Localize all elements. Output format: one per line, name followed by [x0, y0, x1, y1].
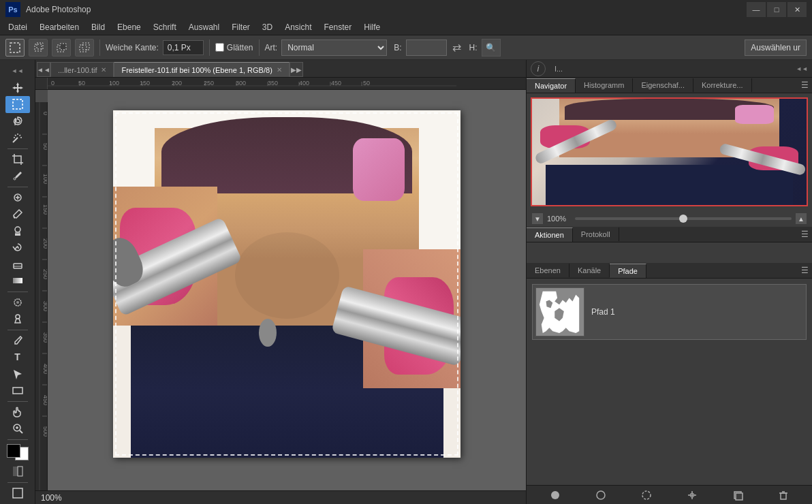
- tab-eigenschaften[interactable]: Eigenschaf...: [633, 78, 693, 92]
- maximize-button[interactable]: □: [767, 2, 786, 17]
- tool-move[interactable]: [5, 80, 30, 97]
- panels-collapse[interactable]: ◄◄: [796, 65, 808, 72]
- info-icon[interactable]: i: [531, 61, 546, 76]
- svg-line-8: [15, 119, 16, 125]
- info-icons-left: i I...: [531, 61, 569, 76]
- ruler-horizontal: 0 50 100 150 200 250 300 350 400 450 50: [35, 78, 526, 90]
- menu-ansicht[interactable]: Ansicht: [279, 21, 317, 33]
- tab-2-close[interactable]: ✕: [277, 66, 282, 74]
- tool-eyedropper[interactable]: [5, 168, 30, 185]
- path-item-1[interactable]: Pfad 1: [532, 284, 807, 340]
- tab-protokoll[interactable]: Protokoll: [573, 227, 619, 241]
- art-select[interactable]: Normal Festgelegtes Verhältnis Festgeleg…: [281, 40, 387, 56]
- tool-eraser[interactable]: [5, 256, 30, 273]
- tab-aktionen[interactable]: Aktionen: [527, 227, 573, 242]
- tab-scroll-left[interactable]: ◄◄: [37, 62, 50, 77]
- svg-rect-21: [16, 232, 20, 234]
- tool-magic-wand[interactable]: [5, 129, 30, 146]
- menu-bearbeiten[interactable]: Bearbeiten: [34, 21, 84, 33]
- navigator-panel-menu[interactable]: ☰: [797, 78, 812, 93]
- layer-delete-button[interactable]: [776, 488, 791, 503]
- menu-3d[interactable]: 3D: [257, 21, 278, 33]
- tab-pfade[interactable]: Pfade: [610, 264, 646, 278]
- weiche-kante-input[interactable]: [163, 40, 204, 55]
- svg-rect-34: [13, 467, 18, 476]
- layer-link-button[interactable]: [548, 488, 563, 503]
- zoom-out-button[interactable]: ▼: [532, 213, 543, 224]
- tab-kanaele[interactable]: Kanäle: [569, 264, 610, 277]
- layer-adjustment-button[interactable]: [639, 488, 654, 503]
- workspace-with-rulers: 0 50 100 150 200 250 300 350 400 450 50: [35, 78, 526, 490]
- tool-zoom[interactable]: [5, 420, 30, 437]
- separator-1: [99, 40, 100, 56]
- auswahl-und-maske-button[interactable]: Auswählen ur: [745, 40, 807, 56]
- intersect-selection-button[interactable]: [75, 39, 94, 57]
- window-controls[interactable]: — □ ✕: [747, 2, 807, 17]
- menu-ebene[interactable]: Ebene: [112, 21, 146, 33]
- tool-text[interactable]: T: [5, 349, 30, 366]
- layer-mask-button[interactable]: [593, 488, 608, 503]
- tab-histogram[interactable]: Histogramm: [576, 78, 633, 92]
- svg-text:200: 200: [42, 238, 48, 249]
- info-dots[interactable]: I...: [548, 61, 569, 76]
- canvas-document[interactable]: [48, 90, 526, 490]
- menu-schrift[interactable]: Schrift: [148, 21, 182, 33]
- screen-mode-button[interactable]: [5, 485, 30, 502]
- menu-hilfe[interactable]: Hilfe: [358, 21, 386, 33]
- zoom-in-button[interactable]: ▲: [796, 213, 807, 224]
- zoom-slider[interactable]: [575, 217, 792, 220]
- tab-1-close[interactable]: ✕: [101, 66, 106, 74]
- navigator-preview-area: [527, 93, 812, 210]
- actions-panel-content: [527, 242, 812, 263]
- glaetten-checkbox[interactable]: [215, 43, 224, 52]
- tab-file-2[interactable]: Freisteller-101.tif bei 100% (Ebene 1, R…: [114, 62, 289, 77]
- zoom-value: 100%: [547, 215, 571, 223]
- tab-file-1[interactable]: ...ller-100.tif ✕: [50, 62, 114, 77]
- menu-fenster[interactable]: Fenster: [319, 21, 358, 33]
- menu-auswahl[interactable]: Auswahl: [183, 21, 225, 33]
- tool-gradient[interactable]: [5, 272, 30, 289]
- color-boxes[interactable]: [5, 443, 30, 462]
- tool-pen[interactable]: [5, 332, 30, 349]
- add-selection-button[interactable]: [29, 39, 48, 57]
- menu-bild[interactable]: Bild: [86, 21, 110, 33]
- navigator-preview[interactable]: [531, 97, 808, 206]
- tool-path-selection[interactable]: [5, 366, 30, 383]
- tool-brush[interactable]: [5, 206, 30, 223]
- tool-healing[interactable]: [5, 189, 30, 206]
- swap-bh-button[interactable]: ⇄: [452, 41, 461, 54]
- tab-scroll-right[interactable]: ▶▶: [290, 62, 303, 77]
- subtract-selection-button[interactable]: [52, 39, 71, 57]
- b-input[interactable]: [406, 40, 447, 56]
- glaetten-checkbox-label[interactable]: Glätten: [215, 43, 253, 52]
- tab-ebenen[interactable]: Ebenen: [527, 264, 569, 277]
- menu-filter[interactable]: Filter: [226, 21, 255, 33]
- tool-hand[interactable]: [5, 403, 30, 420]
- toolbar-expand-button[interactable]: ◄◄: [5, 63, 30, 80]
- tool-shape[interactable]: [5, 382, 30, 399]
- tool-blur[interactable]: [5, 294, 30, 311]
- svg-rect-1: [35, 44, 42, 51]
- app-title: Adobe Photoshop: [26, 5, 91, 14]
- tool-marquee[interactable]: [5, 96, 30, 113]
- minimize-button[interactable]: —: [747, 2, 766, 17]
- actions-panel-menu[interactable]: ☰: [797, 227, 812, 242]
- close-button[interactable]: ✕: [787, 2, 807, 17]
- tab-korrekturen[interactable]: Korrekture...: [693, 78, 752, 92]
- actions-panel-tabs: Aktionen Protokoll ☰: [527, 227, 812, 242]
- foreground-color-box[interactable]: [7, 444, 20, 458]
- layers-panel-menu[interactable]: ☰: [797, 263, 812, 278]
- menu-datei[interactable]: Datei: [3, 21, 33, 33]
- layer-style-button[interactable]: [685, 488, 700, 503]
- tool-lasso[interactable]: [5, 113, 30, 130]
- svg-text:150: 150: [42, 204, 48, 215]
- tool-stamp[interactable]: [5, 223, 30, 240]
- tool-history[interactable]: [5, 239, 30, 256]
- tool-crop[interactable]: [5, 151, 30, 168]
- search-button[interactable]: 🔍: [482, 39, 501, 57]
- tab-navigator[interactable]: Navigator: [527, 78, 576, 93]
- tool-quick-mask[interactable]: [5, 463, 30, 480]
- new-selection-button[interactable]: [5, 39, 25, 57]
- layer-new-button[interactable]: [730, 488, 745, 503]
- tool-dodge[interactable]: [5, 311, 30, 328]
